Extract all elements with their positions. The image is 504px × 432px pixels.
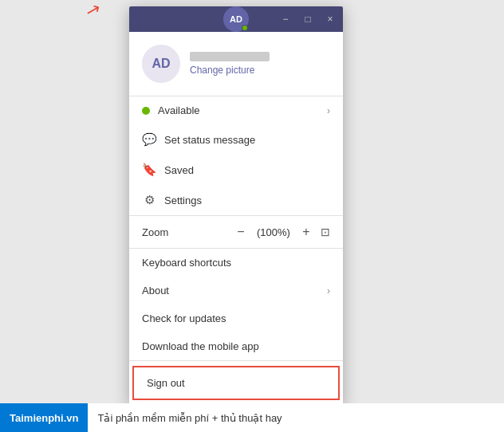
- titlebar-avatar-initials: AD: [230, 14, 242, 24]
- check-updates-label: Check for updates: [142, 312, 330, 324]
- titlebar-avatar[interactable]: AD: [223, 6, 249, 32]
- banner-brand[interactable]: Taimienphi.vn: [0, 403, 88, 432]
- menu-item-check-updates[interactable]: Check for updates: [129, 304, 343, 332]
- profile-info: Change picture: [190, 52, 270, 76]
- sign-out-label: Sign out: [147, 377, 185, 389]
- set-status-label: Set status message: [164, 134, 330, 146]
- zoom-minus-button[interactable]: −: [233, 224, 249, 240]
- menu-item-keyboard-shortcuts[interactable]: Keyboard shortcuts: [129, 249, 343, 277]
- menu-item-about[interactable]: About ›: [129, 277, 343, 304]
- zoom-value: (100%): [255, 226, 292, 238]
- keyboard-shortcuts-label: Keyboard shortcuts: [142, 257, 330, 269]
- about-label: About: [142, 285, 319, 297]
- menu-item-available[interactable]: Available ›: [129, 96, 343, 124]
- profile-avatar[interactable]: AD: [142, 45, 180, 83]
- settings-icon: ⚙: [142, 193, 156, 207]
- menu-item-set-status[interactable]: 💬 Set status message: [129, 124, 343, 155]
- menu-content: AD Change picture Available › 💬 Set stat…: [129, 32, 343, 405]
- titlebar-status-dot: [242, 25, 248, 31]
- teams-menu-window: AD − □ × AD Change picture Available ›: [129, 6, 343, 405]
- maximize-button[interactable]: □: [301, 13, 314, 26]
- profile-section: AD Change picture: [129, 32, 343, 96]
- bottom-banner: Taimienphi.vn Tải phần mềm miễn phí + th…: [0, 403, 504, 432]
- zoom-label: Zoom: [142, 226, 226, 238]
- change-picture-link[interactable]: Change picture: [190, 65, 270, 76]
- zoom-plus-button[interactable]: +: [298, 224, 314, 240]
- profile-avatar-initials: AD: [152, 57, 170, 71]
- menu-item-saved[interactable]: 🔖 Saved: [129, 155, 343, 185]
- available-label: Available: [158, 104, 319, 116]
- saved-icon: 🔖: [142, 163, 156, 177]
- titlebar-controls: − □ ×: [279, 13, 337, 26]
- zoom-section: Zoom − (100%) + ⊡: [129, 215, 343, 249]
- about-chevron-icon: ›: [327, 285, 330, 297]
- download-mobile-label: Download the mobile app: [142, 340, 330, 352]
- available-chevron-icon: ›: [327, 105, 330, 116]
- signout-section: Sign out: [129, 360, 343, 405]
- arrow-indicator: ↗: [84, 0, 103, 22]
- menu-item-settings[interactable]: ⚙ Settings: [129, 185, 343, 215]
- close-button[interactable]: ×: [324, 13, 337, 26]
- set-status-icon: 💬: [142, 132, 156, 147]
- settings-label: Settings: [164, 194, 330, 206]
- sign-out-button[interactable]: Sign out: [132, 366, 340, 400]
- menu-item-download-mobile[interactable]: Download the mobile app: [129, 332, 343, 360]
- titlebar: AD − □ ×: [129, 6, 343, 32]
- profile-name: [190, 52, 270, 61]
- available-status-dot: [142, 107, 150, 115]
- saved-label: Saved: [164, 164, 330, 176]
- minimize-button[interactable]: −: [279, 13, 292, 26]
- zoom-fullscreen-button[interactable]: ⊡: [321, 226, 330, 238]
- banner-text: Tải phần mềm miễn phí + thủ thuật hay: [88, 406, 504, 430]
